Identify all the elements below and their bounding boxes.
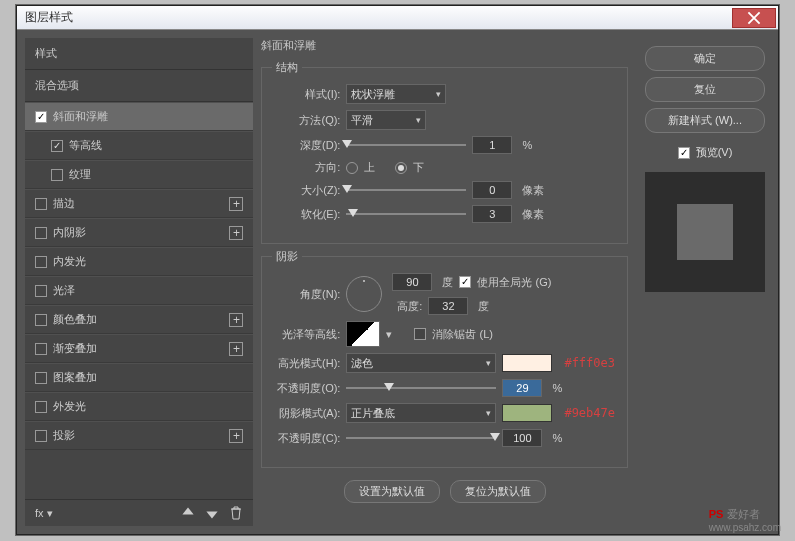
- antialias-checkbox[interactable]: [414, 328, 426, 340]
- style-select[interactable]: 枕状浮雕▾: [346, 84, 446, 104]
- depth-label: 深度(D):: [274, 138, 340, 153]
- arrow-down-icon[interactable]: [205, 506, 219, 520]
- depth-slider[interactable]: [346, 144, 466, 146]
- make-default-button[interactable]: 设置为默认值: [344, 480, 440, 503]
- sidebar-item-pattern-overlay[interactable]: 图案叠加: [25, 363, 253, 392]
- direction-down-radio[interactable]: [395, 162, 407, 174]
- shadow-mode-select[interactable]: 正片叠底▾: [346, 403, 496, 423]
- sidebar-item-contour[interactable]: 等高线: [25, 131, 253, 160]
- content: 样式 混合选项 斜面和浮雕 等高线 纹理 描边 + 内阴影 + 内发光: [17, 30, 778, 534]
- slider-thumb[interactable]: [490, 433, 500, 441]
- arrow-up-icon[interactable]: [181, 506, 195, 520]
- shadow-opacity-input[interactable]: [502, 429, 542, 447]
- sidebar-item-gradient-overlay[interactable]: 渐变叠加 +: [25, 334, 253, 363]
- checkbox[interactable]: [35, 227, 47, 239]
- slider-thumb[interactable]: [348, 209, 358, 217]
- shadow-opacity-slider[interactable]: [346, 437, 496, 439]
- highlight-mode-label: 高光模式(H):: [274, 356, 340, 371]
- checkbox[interactable]: [35, 430, 47, 442]
- sidebar-item-label: 渐变叠加: [53, 341, 97, 356]
- sidebar-item-label: 颜色叠加: [53, 312, 97, 327]
- size-input[interactable]: [472, 181, 512, 199]
- close-button[interactable]: [732, 8, 776, 28]
- chevron-down-icon: ▾: [486, 358, 491, 368]
- sidebar-item-label: 投影: [53, 428, 75, 443]
- slider-thumb[interactable]: [384, 383, 394, 391]
- highlight-opacity-slider[interactable]: [346, 387, 496, 389]
- add-icon[interactable]: +: [229, 429, 243, 443]
- titlebar: 图层样式: [17, 6, 778, 30]
- method-select[interactable]: 平滑▾: [346, 110, 426, 130]
- checkbox[interactable]: [35, 285, 47, 297]
- sidebar-item-stroke[interactable]: 描边 +: [25, 189, 253, 218]
- add-icon[interactable]: +: [229, 313, 243, 327]
- sidebar-item-label: 内阴影: [53, 225, 86, 240]
- trash-icon[interactable]: [229, 506, 243, 520]
- checkbox[interactable]: [35, 111, 47, 123]
- shadow-color-swatch[interactable]: [502, 404, 552, 422]
- highlight-color-swatch[interactable]: [502, 354, 552, 372]
- checkbox[interactable]: [35, 314, 47, 326]
- right-column: 确定 复位 新建样式 (W)... 预览(V): [640, 38, 770, 526]
- structure-group: 结构 样式(I): 枕状浮雕▾ 方法(Q): 平滑▾ 深度(D): %: [261, 67, 628, 244]
- checkbox[interactable]: [35, 198, 47, 210]
- sidebar-item-texture[interactable]: 纹理: [25, 160, 253, 189]
- preview-checkbox[interactable]: [678, 147, 690, 159]
- chevron-down-icon[interactable]: ▾: [386, 328, 392, 341]
- depth-input[interactable]: [472, 136, 512, 154]
- checkbox[interactable]: [35, 372, 47, 384]
- slider-thumb[interactable]: [342, 185, 352, 193]
- size-label: 大小(Z):: [274, 183, 340, 198]
- add-icon[interactable]: +: [229, 226, 243, 240]
- highlight-hex-note: #fff0e3: [564, 356, 615, 370]
- settings-panel: 斜面和浮雕 结构 样式(I): 枕状浮雕▾ 方法(Q): 平滑▾ 深度(D):: [261, 38, 632, 526]
- method-label: 方法(Q):: [274, 113, 340, 128]
- direction-up-radio[interactable]: [346, 162, 358, 174]
- ok-button[interactable]: 确定: [645, 46, 765, 71]
- chevron-down-icon: ▾: [416, 115, 421, 125]
- angle-dial[interactable]: [346, 276, 382, 312]
- gloss-contour-picker[interactable]: [346, 321, 380, 347]
- shadow-mode-label: 阴影模式(A):: [274, 406, 340, 421]
- highlight-opacity-input[interactable]: [502, 379, 542, 397]
- altitude-input[interactable]: [428, 297, 468, 315]
- add-icon[interactable]: +: [229, 197, 243, 211]
- main-panel: 斜面和浮雕 结构 样式(I): 枕状浮雕▾ 方法(Q): 平滑▾ 深度(D):: [261, 38, 770, 526]
- highlight-mode-select[interactable]: 滤色▾: [346, 353, 496, 373]
- cancel-button[interactable]: 复位: [645, 77, 765, 102]
- soften-slider[interactable]: [346, 213, 466, 215]
- sidebar-item-inner-glow[interactable]: 内发光: [25, 247, 253, 276]
- sidebar-footer: fx ▾: [25, 499, 253, 526]
- sidebar-item-inner-shadow[interactable]: 内阴影 +: [25, 218, 253, 247]
- size-slider[interactable]: [346, 189, 466, 191]
- reset-default-button[interactable]: 复位为默认值: [450, 480, 546, 503]
- direction-label: 方向:: [274, 160, 340, 175]
- panel-title: 斜面和浮雕: [261, 38, 628, 53]
- sidebar-item-drop-shadow[interactable]: 投影 +: [25, 421, 253, 450]
- fx-menu[interactable]: fx ▾: [35, 507, 53, 520]
- sidebar-item-color-overlay[interactable]: 颜色叠加 +: [25, 305, 253, 334]
- checkbox[interactable]: [51, 140, 63, 152]
- new-style-button[interactable]: 新建样式 (W)...: [645, 108, 765, 133]
- angle-input[interactable]: [392, 273, 432, 291]
- sidebar-header-styles[interactable]: 样式: [25, 38, 253, 70]
- checkbox[interactable]: [35, 401, 47, 413]
- global-light-checkbox[interactable]: [459, 276, 471, 288]
- slider-thumb[interactable]: [342, 140, 352, 148]
- sidebar: 样式 混合选项 斜面和浮雕 等高线 纹理 描边 + 内阴影 + 内发光: [25, 38, 253, 526]
- dialog-window: 图层样式 样式 混合选项 斜面和浮雕 等高线 纹理 描边 + 内阴影: [16, 5, 779, 535]
- sidebar-header-blend[interactable]: 混合选项: [25, 70, 253, 102]
- checkbox[interactable]: [35, 343, 47, 355]
- sidebar-item-satin[interactable]: 光泽: [25, 276, 253, 305]
- preview-box: [645, 172, 765, 292]
- shadow-opacity-label: 不透明度(C):: [274, 431, 340, 446]
- checkbox[interactable]: [51, 169, 63, 181]
- unit-label: 像素: [522, 207, 544, 222]
- shadow-hex-note: #9eb47e: [564, 406, 615, 420]
- soften-input[interactable]: [472, 205, 512, 223]
- sidebar-item-bevel[interactable]: 斜面和浮雕: [25, 102, 253, 131]
- add-icon[interactable]: +: [229, 342, 243, 356]
- checkbox[interactable]: [35, 256, 47, 268]
- watermark: PS 爱好者 www.psahz.com: [709, 507, 781, 533]
- sidebar-item-outer-glow[interactable]: 外发光: [25, 392, 253, 421]
